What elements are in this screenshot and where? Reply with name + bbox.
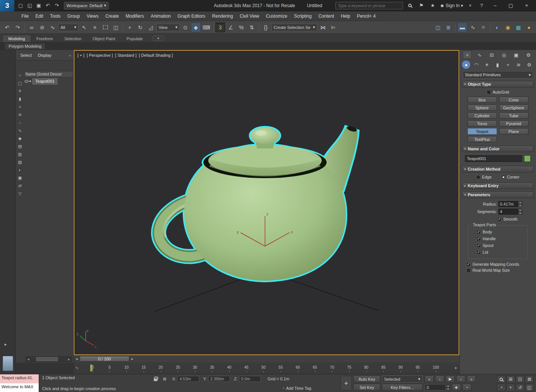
snap-toggle-3d-button[interactable]: 3 [215, 23, 225, 32]
exchange-apps-button[interactable]: × [466, 2, 474, 10]
viewport-shading-menu[interactable]: [ Default Shading ] [139, 53, 173, 58]
spinner-down-icon[interactable]: ▾ [518, 204, 522, 207]
teapot-object[interactable] [159, 125, 358, 281]
ribbon-tab-modeling[interactable]: Modeling [3, 35, 30, 42]
tab-utilities[interactable]: ⚙ [524, 51, 533, 59]
scene-explorer-menu-display[interactable]: Display [36, 52, 54, 58]
torus-button[interactable]: Torus [468, 120, 497, 127]
object-type-header[interactable]: ▾ Object Type ∷ [462, 81, 534, 88]
zoom-region-button[interactable]: ⊠ [525, 375, 534, 383]
undo-button[interactable]: ↶ [44, 2, 52, 10]
creation-method-center-radio[interactable]: Center [501, 175, 519, 179]
field-of-view-button[interactable]: ◔ [497, 384, 506, 391]
display-spacewarps-icon[interactable]: ≋ [18, 112, 21, 117]
tab-display[interactable]: ▣ [512, 51, 521, 59]
bind-to-space-warp-button[interactable]: ∿ [48, 23, 58, 32]
scroll-left-icon[interactable]: ◂ [26, 357, 31, 361]
schematic-view-button[interactable]: ⌗ [478, 23, 488, 32]
close-button[interactable]: × [520, 1, 533, 10]
plane-button[interactable]: Plane [499, 128, 528, 135]
pan-button[interactable]: + [506, 384, 515, 391]
menu-item[interactable]: Create [102, 14, 122, 19]
ribbon-tab-object-paint[interactable]: Object Paint [88, 35, 121, 42]
search-input[interactable] [335, 2, 403, 9]
sign-in-button[interactable]: ☻ Sign In ▾ [440, 3, 463, 8]
open-mini-curve-editor-icon[interactable]: ∿ [75, 365, 79, 370]
filter-icon[interactable]: ▽ [18, 191, 21, 196]
maximize-viewport-toggle[interactable]: ◱ [525, 384, 534, 391]
search-button[interactable] [406, 2, 414, 10]
time-slider-handle[interactable]: 0 / 100 [80, 356, 129, 362]
app-logo[interactable]: 3 [0, 0, 14, 11]
track-bar[interactable]: ∿ 05101520253035404550556065707580859095… [74, 363, 459, 374]
listener-line[interactable]: Welcome to MAX [0, 383, 39, 392]
select-by-name-button[interactable]: ≡ [90, 23, 100, 32]
current-frame-input[interactable] [425, 384, 446, 390]
tab-create[interactable]: + [463, 51, 472, 59]
track-bar-options-icon[interactable]: ▸ [455, 365, 457, 370]
name-color-header[interactable]: ▾ Name and Color ∷ [462, 145, 534, 152]
redo-scene-button[interactable]: ↷ [13, 23, 23, 32]
ribbon-tab-freeform[interactable]: Freeform [31, 35, 59, 42]
spout-checkbox[interactable]: ✓ Spout [477, 242, 527, 249]
key-mode-toggle-button[interactable]: ◈ [452, 384, 461, 391]
macro-recorder-line[interactable]: Teapot radius:41. [0, 374, 39, 383]
time-slider-right-icon[interactable]: ▸ [130, 357, 135, 361]
add-time-tag-button[interactable]: Add Time Tag [286, 386, 311, 390]
select-and-rotate-button[interactable]: ↻ [135, 23, 145, 32]
menu-item[interactable]: Rendering [209, 14, 236, 19]
toggle-ribbon-button[interactable]: ▬ [457, 23, 467, 32]
scene-explorer-row[interactable]: ⊙ ● Teapot001 [24, 77, 73, 85]
menu-item[interactable]: Graph Editors [174, 14, 209, 19]
maximize-button[interactable]: ▢ [504, 1, 517, 10]
cylinder-button[interactable]: Cylinder [468, 112, 497, 119]
new-scene-button[interactable]: ▢ [17, 2, 25, 10]
ribbon-tab-populate[interactable]: Populate [121, 35, 148, 42]
teapot-button[interactable]: Teapot [468, 128, 497, 135]
y-coordinate-input[interactable] [208, 376, 230, 382]
render-setup-button[interactable]: ◉ [503, 23, 513, 32]
select-and-link-button[interactable]: ∞ [27, 23, 36, 32]
rendered-frame-window-button[interactable]: ▦ [513, 23, 523, 32]
creation-method-header[interactable]: ▾ Creation Method ∷ [462, 166, 534, 173]
menu-item[interactable]: Scripting [291, 14, 315, 19]
viewport-standard-menu[interactable]: [ Standard ] [115, 53, 136, 58]
object-color-swatch[interactable] [524, 155, 531, 162]
display-containers-icon[interactable]: ▤ [18, 144, 22, 149]
display-groups-icon[interactable]: ▥ [18, 151, 22, 157]
parameters-header[interactable]: ▾ Parameters ∷ [462, 191, 534, 198]
time-configuration-button[interactable]: ◔ [462, 384, 471, 391]
angle-snap-toggle-button[interactable]: ∠ [226, 23, 236, 32]
spinner-up-icon[interactable]: ▴ [518, 201, 522, 204]
ribbon-tab-selection[interactable]: Selection [59, 35, 86, 42]
redo-button[interactable]: ↷ [53, 2, 61, 10]
zoom-extents-button[interactable]: ⊡ [516, 375, 524, 383]
communication-center-button[interactable]: ⚑ [417, 2, 425, 10]
window-crossing-toggle-button[interactable]: ◫ [111, 23, 121, 32]
handle-checkbox[interactable]: ✓ Handle [477, 235, 527, 242]
zoom-all-button[interactable]: ⊞ [506, 375, 515, 383]
menu-item[interactable]: Animation [147, 14, 174, 19]
minimize-button[interactable]: – [489, 1, 501, 10]
radius-input[interactable] [498, 201, 518, 207]
select-and-move-button[interactable]: + [125, 23, 135, 32]
save-file-button[interactable]: ▣ [35, 2, 43, 10]
menu-item[interactable]: Edit [32, 14, 47, 19]
key-filters-button[interactable]: Key Filters... [382, 384, 422, 391]
display-cameras-icon[interactable]: ▮ [19, 96, 21, 101]
category-shapes[interactable]: ◠ [472, 61, 481, 69]
spinner-down-icon[interactable]: ▾ [446, 387, 450, 390]
auto-key-button[interactable]: Auto Key [353, 375, 380, 383]
selection-lock-toggle[interactable] [152, 375, 159, 382]
perspective-viewport[interactable]: [ + ] [ Perspective ] [ Standard ] [ Def… [74, 50, 459, 355]
edit-named-selection-sets-button[interactable]: {} [261, 23, 271, 32]
scene-explorer-menu-select[interactable]: Select [18, 52, 34, 58]
scene-explorer-hscrollbar[interactable]: ◂ ▸ [26, 356, 72, 362]
menu-item[interactable]: Help [338, 14, 354, 19]
display-materials-icon[interactable]: ◐ [19, 167, 21, 173]
real-world-map-size-checkbox[interactable]: Real-World Map Size [463, 267, 533, 273]
menu-item[interactable]: Customize [263, 14, 291, 19]
zoom-button[interactable] [497, 375, 506, 383]
reference-coordinate-system-dropdown[interactable]: View ▾ [156, 24, 180, 31]
select-and-scale-button[interactable]: ◿ [146, 23, 156, 32]
